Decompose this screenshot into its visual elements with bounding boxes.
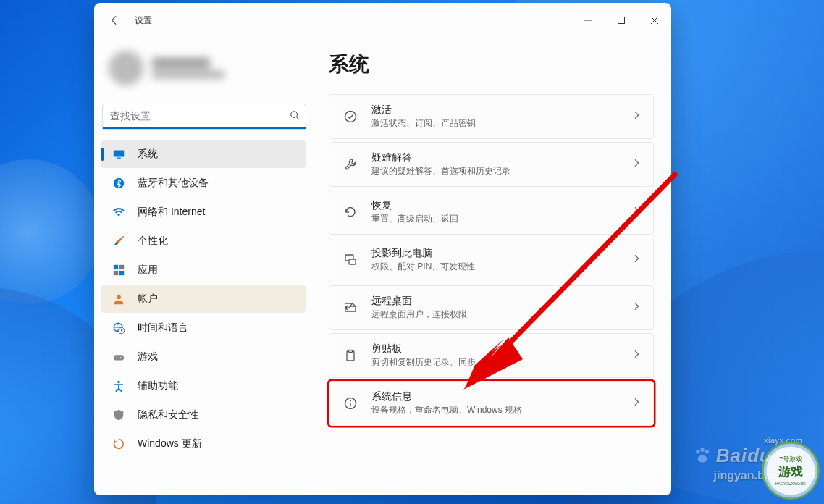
sidebar-item-personalize[interactable]: 个性化 bbox=[101, 227, 306, 255]
window-controls bbox=[571, 3, 671, 38]
wifi-icon bbox=[112, 205, 126, 219]
chevron-right-icon bbox=[631, 206, 642, 219]
bluetooth-icon bbox=[112, 176, 126, 190]
svg-rect-25 bbox=[349, 350, 353, 353]
settings-window: 设置 bbox=[94, 3, 671, 495]
chevron-right-icon bbox=[631, 158, 642, 171]
chevron-right-icon bbox=[631, 110, 642, 123]
svg-rect-12 bbox=[114, 271, 118, 275]
close-button[interactable] bbox=[638, 3, 671, 38]
card-subtitle: 重置、高级启动、返回 bbox=[371, 213, 631, 225]
sidebar-item-update[interactable]: Windows 更新 bbox=[101, 430, 306, 458]
svg-rect-6 bbox=[114, 151, 124, 157]
svg-point-4 bbox=[291, 112, 298, 118]
paw-icon bbox=[691, 445, 713, 467]
settings-card-project[interactable]: 投影到此电脑权限、配对 PIN、可发现性 bbox=[329, 238, 654, 282]
sidebar-item-label: 游戏 bbox=[138, 350, 158, 364]
settings-card-troubleshoot[interactable]: 疑难解答建议的疑难解答、首选项和历史记录 bbox=[329, 142, 654, 187]
chevron-right-icon bbox=[631, 301, 642, 314]
project-icon bbox=[341, 253, 360, 267]
minimize-icon bbox=[584, 17, 592, 24]
watermark-circle-logo: 7号游戏 游戏 HAOYOUXIWANG bbox=[760, 440, 821, 501]
svg-rect-17 bbox=[114, 355, 124, 360]
arrow-left-icon bbox=[109, 15, 119, 25]
sidebar-item-label: Windows 更新 bbox=[138, 437, 202, 450]
sidebar-item-gaming[interactable]: 游戏 bbox=[101, 343, 306, 371]
sidebar-item-label: 辅助功能 bbox=[138, 379, 178, 392]
card-title: 激活 bbox=[371, 104, 631, 117]
nav-list: 系统蓝牙和其他设备网络和 Internet个性化应用帐户时间和语言游戏辅助功能隐… bbox=[101, 140, 311, 458]
page-title: 系统 bbox=[329, 51, 654, 78]
card-title: 系统信息 bbox=[371, 390, 631, 403]
person-icon bbox=[112, 292, 126, 306]
sidebar-item-network[interactable]: 网络和 Internet bbox=[101, 198, 306, 226]
svg-point-34 bbox=[700, 448, 705, 452]
svg-point-33 bbox=[696, 450, 700, 454]
settings-card-recovery[interactable]: 恢复重置、高级启动、返回 bbox=[329, 190, 654, 235]
card-title: 远程桌面 bbox=[371, 295, 631, 308]
apps-icon bbox=[112, 263, 126, 277]
svg-text:HAOYOUXIWANG: HAOYOUXIWANG bbox=[775, 482, 806, 486]
search-icon bbox=[290, 110, 300, 123]
update-icon bbox=[112, 437, 126, 451]
sidebar-item-label: 隐私和安全性 bbox=[138, 408, 198, 421]
main-content: 系统 激活激活状态、订阅、产品密钥疑难解答建议的疑难解答、首选项和历史记录恢复重… bbox=[311, 38, 671, 495]
search-input[interactable] bbox=[103, 104, 306, 129]
sidebar-item-accessibility[interactable]: 辅助功能 bbox=[101, 372, 306, 400]
sidebar-item-apps[interactable]: 应用 bbox=[101, 256, 306, 284]
globe-clock-icon bbox=[112, 321, 126, 335]
card-title: 疑难解答 bbox=[371, 151, 631, 164]
svg-rect-11 bbox=[119, 265, 124, 269]
svg-line-5 bbox=[297, 117, 300, 120]
sidebar-item-label: 时间和语言 bbox=[138, 322, 188, 335]
sidebar-item-accounts[interactable]: 帐户 bbox=[101, 285, 306, 313]
sidebar-item-label: 蓝牙和其他设备 bbox=[138, 177, 209, 190]
settings-card-about[interactable]: 系统信息设备规格，重命名电脑、Windows 规格 bbox=[329, 381, 654, 426]
profile-subtitle bbox=[152, 71, 224, 78]
card-subtitle: 设备规格，重命名电脑、Windows 规格 bbox=[371, 404, 631, 416]
sidebar-item-label: 网络和 Internet bbox=[138, 206, 205, 219]
sidebar: 系统蓝牙和其他设备网络和 Internet个性化应用帐户时间和语言游戏辅助功能隐… bbox=[94, 38, 311, 495]
card-subtitle: 建议的疑难解答、首选项和历史记录 bbox=[371, 165, 631, 177]
svg-rect-1 bbox=[618, 17, 625, 24]
sidebar-item-label: 个性化 bbox=[138, 235, 168, 248]
svg-point-21 bbox=[345, 112, 356, 122]
svg-rect-13 bbox=[119, 271, 124, 275]
svg-point-35 bbox=[705, 450, 709, 454]
brush-icon bbox=[112, 234, 126, 248]
card-title: 恢复 bbox=[371, 199, 631, 212]
svg-point-27 bbox=[350, 400, 351, 402]
wrench-icon bbox=[341, 157, 360, 172]
monitor-icon bbox=[112, 147, 126, 161]
profile-block[interactable] bbox=[101, 43, 311, 93]
search-wrap bbox=[103, 104, 306, 129]
minimize-button[interactable] bbox=[571, 3, 605, 38]
info-circle-icon bbox=[341, 396, 360, 411]
sidebar-item-privacy[interactable]: 隐私和安全性 bbox=[101, 401, 306, 429]
card-subtitle: 权限、配对 PIN、可发现性 bbox=[371, 261, 631, 273]
chevron-right-icon bbox=[631, 349, 642, 362]
settings-card-clipboard[interactable]: 剪贴板剪切和复制历史记录、同步、清除 bbox=[329, 333, 654, 378]
svg-point-18 bbox=[116, 357, 117, 358]
sidebar-item-label: 帐户 bbox=[138, 293, 158, 306]
settings-card-activation[interactable]: 激活激活状态、订阅、产品密钥 bbox=[329, 94, 654, 139]
svg-point-19 bbox=[120, 357, 122, 358]
close-icon bbox=[651, 17, 658, 24]
profile-name bbox=[152, 58, 210, 68]
svg-point-9 bbox=[117, 214, 119, 216]
remote-icon bbox=[341, 301, 360, 315]
sidebar-item-time[interactable]: 时间和语言 bbox=[101, 314, 306, 342]
chevron-right-icon bbox=[631, 397, 642, 410]
svg-point-14 bbox=[117, 295, 121, 299]
svg-text:游戏: 游戏 bbox=[778, 465, 803, 479]
sidebar-item-system[interactable]: 系统 bbox=[101, 140, 306, 168]
back-button[interactable] bbox=[103, 9, 126, 32]
settings-card-remote[interactable]: 远程桌面远程桌面用户，连接权限 bbox=[329, 285, 654, 330]
sidebar-item-label: 系统 bbox=[138, 148, 158, 161]
accessibility-icon bbox=[112, 379, 126, 393]
window-title: 设置 bbox=[135, 14, 152, 27]
svg-rect-23 bbox=[349, 259, 356, 264]
clipboard-icon bbox=[341, 348, 360, 363]
sidebar-item-bluetooth[interactable]: 蓝牙和其他设备 bbox=[101, 169, 306, 197]
maximize-button[interactable] bbox=[605, 3, 638, 38]
